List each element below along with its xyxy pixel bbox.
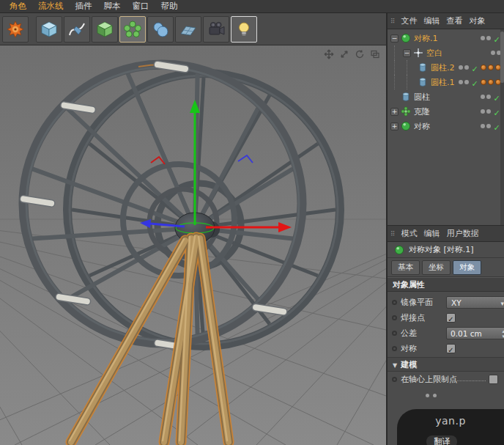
keyframe-dot-icon[interactable] [392,315,397,320]
pan-view-icon[interactable] [324,49,334,59]
material-tag-icon[interactable] [488,65,494,70]
render-visibility-dot[interactable] [486,36,491,40]
panel-grip-icon[interactable]: ⠿ [390,18,396,25]
panel-grip-icon[interactable]: ⠿ [390,230,396,238]
om-menu-object[interactable]: 对象 [467,15,489,26]
dropdown-value: XY [451,298,500,307]
editor-visibility-dot[interactable] [481,36,485,40]
weld-points-checkbox[interactable] [446,313,456,323]
om-menu-edit[interactable]: 编辑 [421,15,443,26]
tree-row-null[interactable]: 空白 [388,45,504,60]
property-label: 在轴心上限制点 [401,374,457,385]
right-panel: ⠿ 文件 编辑 查看 对象 对称.1 [388,13,504,445]
render-visibility-dot[interactable] [464,80,469,84]
object-label: 对称.1 [414,33,438,44]
material-tag-icon[interactable] [488,79,494,85]
watermark-text: yan.p [397,415,504,427]
editor-visibility-dot[interactable] [481,109,485,114]
om-menu-file[interactable]: 文件 [399,15,420,26]
subdivision-surface-icon[interactable] [92,16,118,43]
cinema4d-window: 角色 流水线 插件 脚本 窗口 帮助 [0,0,504,445]
menu-character[interactable]: 角色 [4,1,32,12]
keyframe-dot-icon[interactable] [392,300,397,305]
am-menu-mode[interactable]: 模式 [399,228,420,239]
tree-row-cylinder1[interactable]: 圆柱.1 [388,75,504,89]
toolbar-separator [30,17,34,42]
mirror-plane-dropdown[interactable]: XY [446,296,504,309]
render-visibility-dot[interactable] [464,65,469,70]
symmetry-object-icon [401,33,411,43]
tree-row-cylinder2[interactable]: 圆柱.2 [388,60,504,75]
toggle-view-icon[interactable] [370,49,380,59]
object-manager-tree: 对称.1 空白 [388,29,504,226]
tab-object[interactable]: 对象 [453,260,481,275]
camera-icon[interactable] [203,16,229,43]
render-visibility-dot[interactable] [486,95,491,99]
render-visibility-dot[interactable] [486,109,491,114]
am-menu-edit[interactable]: 编辑 [421,228,443,239]
selected-object-title: 对称对象 [对称.1] [409,244,474,255]
scrollbar-thumb[interactable] [500,32,504,83]
editor-visibility-dot[interactable] [459,65,463,70]
spline-pen-icon[interactable] [64,16,90,43]
keyframe-dot-icon[interactable] [392,331,397,336]
tree-row-cloner[interactable]: 克隆 [388,104,504,119]
floor-icon[interactable] [175,16,201,43]
menu-window[interactable]: 窗口 [127,1,155,12]
menu-plugins[interactable]: 插件 [70,1,97,12]
tree-row-symmetry[interactable]: 对称 [388,119,504,133]
selected-object-header: 对称对象 [对称.1] [388,242,504,258]
rotate-view-icon[interactable] [355,49,365,59]
keyframe-dot-icon[interactable] [392,346,397,351]
property-label: 镜像平面 [401,297,443,308]
symmetry-object-icon [401,121,411,131]
section-title: 对象属性 [393,279,425,290]
tab-coordinates[interactable]: 坐标 [422,260,451,275]
property-label: 对称 [401,343,443,354]
editor-visibility-dot[interactable] [481,124,485,128]
symmetry-checkbox[interactable] [446,344,456,353]
object-label: 空白 [426,48,442,59]
enabled-check-icon[interactable] [470,76,479,89]
menu-pipeline[interactable]: 流水线 [33,1,69,12]
scrollbar[interactable] [500,29,504,225]
metaball-icon[interactable] [147,16,174,43]
property-weld-points: 焊接点 [392,310,500,326]
material-tag-icon[interactable] [481,65,486,70]
cylinder-icon [418,77,428,87]
render-visibility-dot[interactable] [486,124,491,128]
tolerance-stepper[interactable]: 0.01 cm [446,327,504,339]
restrict-axis-checkbox[interactable] [489,375,498,384]
expand-icon[interactable] [390,108,399,116]
tree-row-symmetry1[interactable]: 对称.1 [388,31,504,45]
light-icon[interactable] [231,16,257,43]
menu-help[interactable]: 帮助 [156,1,183,12]
gear-tool-icon[interactable] [2,16,29,43]
collapse-icon[interactable] [390,34,399,43]
collapse-icon[interactable] [403,49,411,57]
om-menu-view[interactable]: 查看 [444,15,466,26]
editor-visibility-dot[interactable] [481,95,485,99]
attribute-tabs: 基本 坐标 对象 [388,258,504,277]
viewport-3d-scene[interactable] [0,45,386,445]
keyframe-dot-icon[interactable] [392,377,397,382]
modeling-section-header[interactable]: 建模 [388,357,504,372]
property-tolerance: 公差 0.01 cm [392,326,500,341]
tree-row-cylinder[interactable]: 圆柱 [388,89,504,104]
menu-script[interactable]: 脚本 [99,1,126,12]
array-generator-icon[interactable] [119,16,146,43]
expand-icon[interactable] [390,122,399,130]
object-label: 圆柱.1 [431,77,455,88]
am-menu-userdata[interactable]: 用户数据 [444,228,482,239]
cube-primitive-icon[interactable] [36,16,62,43]
enabled-check-icon[interactable] [470,61,479,75]
dolly-view-icon[interactable] [339,49,349,59]
property-label: 公差 [401,328,443,339]
tab-basic[interactable]: 基本 [391,260,420,275]
cylinder-icon [418,62,428,73]
editor-visibility-dot[interactable] [491,51,495,55]
material-tag-icon[interactable] [481,79,486,85]
editor-visibility-dot[interactable] [459,80,463,84]
viewport[interactable] [0,45,386,445]
null-object-icon [413,48,423,58]
